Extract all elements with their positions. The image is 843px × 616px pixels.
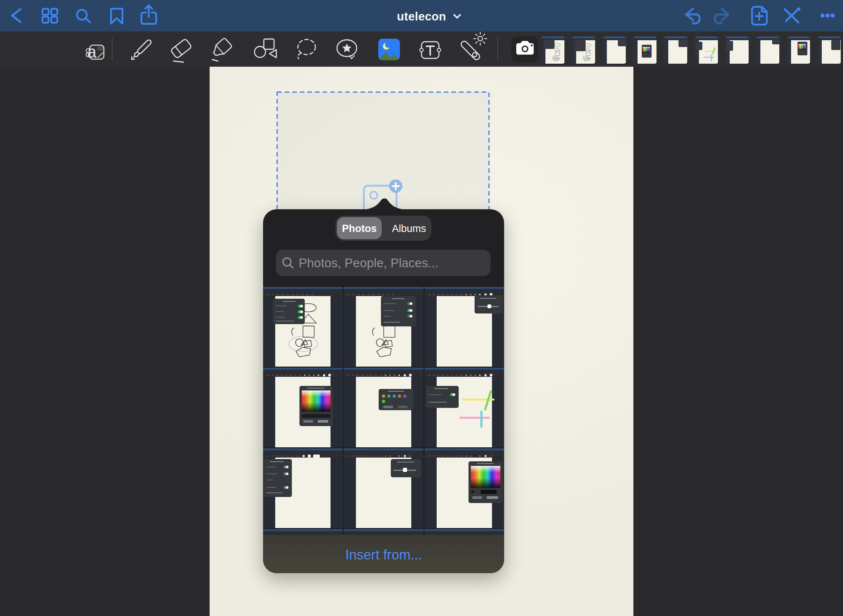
svg-text:a: a bbox=[87, 42, 97, 61]
